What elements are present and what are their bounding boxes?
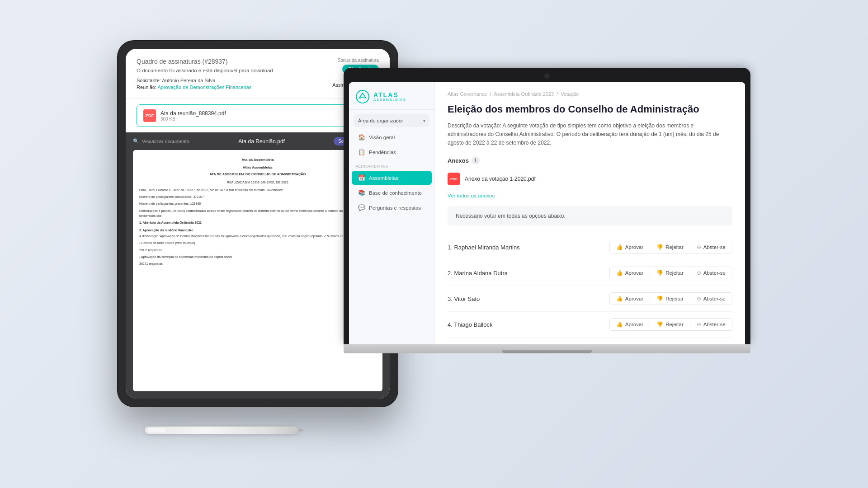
attachments-title: Anexos 1 bbox=[448, 156, 732, 164]
candidate-name: 3. Vitor Sato bbox=[448, 296, 480, 302]
attachments-count: 1 bbox=[472, 156, 480, 164]
approve-button[interactable]: 👍Aprovar bbox=[610, 267, 650, 279]
scene: Quadro de assinaturas (#28937) O documen… bbox=[118, 41, 750, 447]
thumbs-up-icon: 👍 bbox=[616, 296, 623, 302]
abstain-button[interactable]: ⊖Abster-se bbox=[690, 267, 732, 279]
approve-button[interactable]: 👍Aprovar bbox=[610, 241, 650, 253]
thumbs-up-icon: 👍 bbox=[616, 270, 623, 276]
vote-buttons-group: 👍Aprovar👎Rejeitar⊖Abster-se bbox=[609, 267, 732, 279]
status-label: Status da assinatura bbox=[332, 58, 379, 63]
reject-button[interactable]: 👎Rejeitar bbox=[650, 241, 690, 253]
chat-icon: 💬 bbox=[358, 204, 365, 211]
sidebar-item-visao-geral[interactable]: 🏠 Visão geral bbox=[352, 130, 432, 144]
home-icon: 🏠 bbox=[358, 134, 365, 141]
attachments-section: Anexos 1 PDF Anexo da votação 1-2020.pdf… bbox=[448, 156, 732, 198]
vote-rows-container: 1. Raphael Miranda Martins👍Aprovar👎Rejei… bbox=[448, 235, 732, 338]
laptop-base bbox=[344, 344, 750, 353]
logo-subtitle: ASSEMBLEIAS bbox=[373, 98, 406, 102]
vote-action-group: 👍Aprovar👎Rejeitar⊖Abster-se bbox=[609, 267, 732, 279]
sig-meeting: Reunião: Aprovação de Demonstrações Fina… bbox=[137, 84, 332, 90]
approve-button[interactable]: 👍Aprovar bbox=[610, 293, 650, 305]
laptop-device: ATLAS ASSEMBLEIAS Área do organizador ▾ … bbox=[344, 68, 750, 353]
sidebar-item-pendencias[interactable]: 📋 Pendências bbox=[352, 145, 432, 159]
attachment-filename: Anexo da votação 1-2020.pdf bbox=[465, 176, 536, 182]
reject-button[interactable]: 👎Rejeitar bbox=[650, 267, 690, 279]
vote-buttons-group: 👍Aprovar👎Rejeitar⊖Abster-se bbox=[609, 241, 732, 253]
vote-action-group: 👍Aprovar👎Rejeitar⊖Abster-se bbox=[609, 318, 732, 331]
attachment-item[interactable]: PDF Anexo da votação 1-2020.pdf bbox=[448, 169, 732, 189]
atlas-logo-icon bbox=[355, 89, 370, 104]
org-selector[interactable]: Área do organizador ▾ bbox=[354, 114, 430, 127]
reject-button[interactable]: 👎Rejeitar bbox=[650, 319, 690, 330]
candidate-name: 4. Thiago Ballock bbox=[448, 321, 493, 328]
approve-button[interactable]: 👍Aprovar bbox=[610, 319, 650, 330]
thumbs-up-icon: 👍 bbox=[616, 244, 623, 250]
file-name: Ata da reunião_888394.pdf bbox=[160, 110, 226, 117]
tools-section-label: Ferramentas bbox=[349, 160, 434, 170]
sidebar-item-assembleias[interactable]: 📅 Assembleias bbox=[352, 171, 432, 185]
logo-name: ATLAS bbox=[373, 92, 406, 98]
sidebar-item-base-conhecimento[interactable]: 📚 Base de conhecimento bbox=[352, 186, 432, 200]
vote-buttons-group: 👍Aprovar👎Rejeitar⊖Abster-se bbox=[609, 292, 732, 305]
vote-buttons-group: 👍Aprovar👎Rejeitar⊖Abster-se bbox=[609, 318, 732, 331]
candidate-name: 2. Marina Aldana Dutra bbox=[448, 270, 508, 277]
abstain-button[interactable]: ⊖Abster-se bbox=[690, 241, 732, 253]
thumbs-down-icon: 👎 bbox=[656, 296, 663, 302]
minus-circle-icon: ⊖ bbox=[697, 296, 701, 302]
pdf-icon: PDF bbox=[143, 109, 156, 122]
vote-row: 2. Marina Aldana Dutra👍Aprovar👎Rejeitar⊖… bbox=[448, 260, 732, 286]
abstain-button[interactable]: ⊖Abster-se bbox=[690, 293, 732, 305]
sig-meeting-link[interactable]: Aprovação de Demonstrações Financeiras bbox=[158, 84, 252, 90]
book-icon: 📚 bbox=[358, 189, 365, 196]
laptop-frame: ATLAS ASSEMBLEIAS Área do organizador ▾ … bbox=[344, 68, 750, 344]
minus-circle-icon: ⊖ bbox=[697, 321, 701, 328]
candidate-name: 1. Raphael Miranda Martins bbox=[448, 244, 520, 251]
clipboard-icon: 📋 bbox=[358, 149, 365, 155]
chevron-down-icon: ▾ bbox=[423, 118, 425, 123]
laptop-screen: ATLAS ASSEMBLEIAS Área do organizador ▾ … bbox=[349, 82, 745, 344]
minus-circle-icon: ⊖ bbox=[697, 270, 701, 276]
file-item[interactable]: PDF Ata da reunião_888394.pdf 300 KB bbox=[137, 104, 379, 127]
sidebar-item-perguntas-respostas[interactable]: 💬 Perguntas e respostas bbox=[352, 201, 432, 215]
logo-area: ATLAS ASSEMBLEIAS bbox=[349, 82, 434, 110]
sig-requester: Solicitante: Antônio Pereira da Silva bbox=[137, 78, 332, 83]
thumbs-down-icon: 👎 bbox=[656, 270, 663, 276]
vote-row: 3. Vitor Sato👍Aprovar👎Rejeitar⊖Abster-se bbox=[448, 286, 732, 312]
thumbs-up-icon: 👍 bbox=[616, 321, 623, 328]
thumbs-down-icon: 👎 bbox=[656, 244, 663, 250]
calendar-icon: 📅 bbox=[358, 174, 365, 181]
main-content: Atlas Governance / Assembleia Ordinária … bbox=[435, 82, 745, 344]
reject-button[interactable]: 👎Rejeitar bbox=[650, 293, 690, 305]
sidebar: ATLAS ASSEMBLEIAS Área do organizador ▾ … bbox=[349, 82, 435, 344]
vote-required-notice: Necessário votar em todas as opções abai… bbox=[448, 206, 732, 225]
sig-subtitle: O documento foi assinado e está disponív… bbox=[137, 68, 332, 73]
vote-row: 1. Raphael Miranda Martins👍Aprovar👎Rejei… bbox=[448, 235, 732, 260]
doc-search: 🔍 Visualizar documento bbox=[133, 138, 189, 144]
search-icon: 🔍 bbox=[133, 138, 139, 144]
vote-action-group: 👍Aprovar👎Rejeitar⊖Abster-se bbox=[609, 241, 732, 253]
file-size: 300 KB bbox=[160, 117, 226, 122]
breadcrumb: Atlas Governance / Assembleia Ordinária … bbox=[448, 91, 732, 97]
page-description: Descrição da votação: A seguinte votação… bbox=[448, 122, 732, 148]
thumbs-down-icon: 👎 bbox=[656, 321, 663, 328]
minus-circle-icon: ⊖ bbox=[697, 244, 701, 250]
vote-action-group: 👍Aprovar👎Rejeitar⊖Abster-se bbox=[609, 292, 732, 305]
laptop-camera bbox=[544, 73, 550, 79]
abstain-button[interactable]: ⊖Abster-se bbox=[690, 319, 732, 330]
page-title: Eleição dos membros do Conselho de Admin… bbox=[448, 103, 732, 116]
apple-pencil bbox=[145, 427, 298, 434]
vote-row: 4. Thiago Ballock👍Aprovar👎Rejeitar⊖Abste… bbox=[448, 312, 732, 338]
sig-panel-title: Quadro de assinaturas (#28937) bbox=[137, 58, 332, 65]
view-all-attachments-link[interactable]: Ver todos os anexos bbox=[448, 193, 732, 198]
doc-title: Ata da Reunião.pdf bbox=[238, 138, 285, 145]
pdf-icon: PDF bbox=[448, 173, 460, 185]
